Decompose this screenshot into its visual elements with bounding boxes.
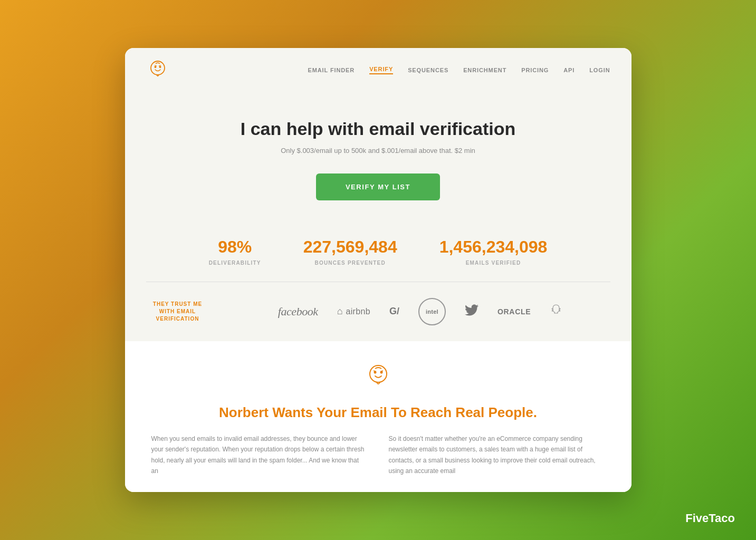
stat-deliverability-number: 98%	[209, 237, 261, 257]
bottom-title-orange: Reach Real People.	[410, 404, 537, 420]
airbnb-text: airbnb	[346, 307, 370, 316]
bottom-section: Norbert Wants Your Email To Reach Real P…	[125, 341, 631, 493]
svg-point-2	[159, 66, 161, 68]
hero-title: I can help with email verification	[146, 119, 610, 139]
nav-links: EMAIL FINDER VERIFY SEQUENCES ENRICHMENT…	[308, 66, 610, 74]
svg-line-3	[155, 65, 157, 66]
twitter-logo	[465, 304, 479, 319]
nav-sequences[interactable]: SEQUENCES	[408, 67, 448, 73]
stat-emails-label: EMAILS VERIFIED	[439, 260, 548, 266]
hero-section: I can help with email verification Only …	[125, 92, 631, 216]
hero-subtitle: Only $.003/email up to 500k and $.001/em…	[146, 147, 610, 155]
svg-line-8	[374, 371, 376, 372]
bottom-text-columns: When you send emails to invalid email ad…	[151, 433, 605, 477]
nav-enrichment[interactable]: ENRICHMENT	[463, 67, 506, 73]
fivetaco-label: FiveTaco	[685, 512, 735, 525]
stat-bounces-number: 227,569,484	[303, 237, 397, 257]
bottom-title-plain: Norbert Wants Your Email To	[219, 404, 410, 420]
stat-emails-number: 1,456,234,098	[439, 237, 548, 257]
trust-section: THEY TRUST ME WITH EMAIL VERIFICATION fa…	[125, 282, 631, 341]
oracle-logo: ORACLE	[497, 307, 531, 316]
svg-line-4	[159, 65, 161, 66]
nav-email-finder[interactable]: EMAIL FINDER	[308, 67, 355, 73]
trust-label: THEY TRUST ME WITH EMAIL VERIFICATION	[146, 301, 209, 323]
svg-point-0	[151, 61, 165, 75]
stat-emails: 1,456,234,098 EMAILS VERIFIED	[439, 237, 548, 266]
facebook-logo: facebook	[278, 305, 318, 319]
stat-deliverability: 98% DELIVERABILITY	[209, 237, 261, 266]
verify-cta-button[interactable]: VERIFY MY LIST	[316, 173, 440, 200]
stat-bounces-label: BOUNCES PREVENTED	[303, 260, 397, 266]
main-card: EMAIL FINDER VERIFY SEQUENCES ENRICHMENT…	[125, 48, 631, 493]
stat-bounces: 227,569,484 BOUNCES PREVENTED	[303, 237, 397, 266]
logo-icon	[146, 59, 169, 82]
bottom-col-left: When you send emails to invalid email ad…	[151, 433, 368, 477]
snapchat-logo	[550, 304, 562, 320]
nav-login[interactable]: LOGIN	[589, 67, 610, 73]
navbar: EMAIL FINDER VERIFY SEQUENCES ENRICHMENT…	[125, 48, 631, 92]
airbnb-icon: ⌂	[337, 306, 343, 317]
svg-point-1	[154, 66, 156, 68]
trust-logos: facebook ⌂ airbnb G/ intel ORACLE	[231, 298, 610, 325]
stat-deliverability-label: DELIVERABILITY	[209, 260, 261, 266]
airbnb-logo: ⌂ airbnb	[337, 306, 370, 317]
nav-api[interactable]: API	[563, 67, 575, 73]
stats-section: 98% DELIVERABILITY 227,569,484 BOUNCES P…	[125, 216, 631, 282]
bottom-logo	[363, 362, 393, 394]
bottom-col-right: So it doesn't matter whether you're an e…	[389, 433, 605, 477]
google-logo: G/	[389, 306, 399, 317]
logo[interactable]	[146, 59, 169, 82]
intel-logo: intel	[418, 298, 446, 325]
fivetaco-badge: FiveTaco	[685, 512, 735, 525]
bottom-title: Norbert Wants Your Email To Reach Real P…	[219, 404, 537, 421]
nav-verify[interactable]: VERIFY	[369, 66, 393, 74]
nav-pricing[interactable]: PRICING	[521, 67, 549, 73]
svg-line-9	[380, 371, 383, 372]
